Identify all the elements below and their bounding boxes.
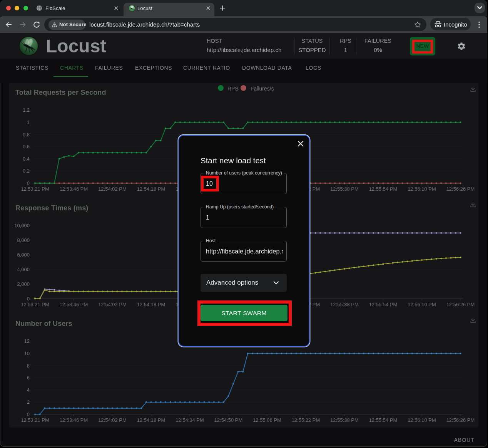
svg-text:6: 6 <box>27 375 30 381</box>
svg-text:2: 2 <box>27 399 30 405</box>
svg-text:12:55:38 PM: 12:55:38 PM <box>330 302 359 307</box>
svg-text:12: 12 <box>24 338 30 344</box>
svg-text:12:55:54 PM: 12:55:54 PM <box>369 417 398 423</box>
svg-text:12:53:21 PM: 12:53:21 PM <box>21 417 49 423</box>
svg-text:12:55:54 PM: 12:55:54 PM <box>369 302 398 307</box>
svg-text:0.4: 0.4 <box>23 156 30 162</box>
svg-text:4: 4 <box>27 387 30 393</box>
svg-text:12:56:26 PM: 12:56:26 PM <box>446 186 475 192</box>
svg-text:6,000: 6,000 <box>17 252 30 258</box>
svg-text:12:54:18 PM: 12:54:18 PM <box>137 417 165 423</box>
svg-text:12:53:46 PM: 12:53:46 PM <box>60 186 88 192</box>
svg-text:12:53:46 PM: 12:53:46 PM <box>60 302 88 307</box>
svg-text:12:54:18 PM: 12:54:18 PM <box>137 302 165 307</box>
svg-text:8,000: 8,000 <box>17 237 30 243</box>
svg-text:12:54:34 PM: 12:54:34 PM <box>175 417 204 423</box>
svg-text:12:56:10 PM: 12:56:10 PM <box>408 302 436 307</box>
svg-text:12:55:54 PM: 12:55:54 PM <box>369 186 398 192</box>
svg-text:1: 1 <box>27 119 30 125</box>
svg-text:10,000: 10,000 <box>14 223 30 228</box>
svg-text:0.2: 0.2 <box>23 168 30 174</box>
svg-text:12:55:38 PM: 12:55:38 PM <box>330 417 359 423</box>
svg-text:12:54:02 PM: 12:54:02 PM <box>98 417 127 423</box>
svg-text:12:56:26 PM: 12:56:26 PM <box>446 417 475 423</box>
svg-text:12:54:50 PM: 12:54:50 PM <box>214 417 243 423</box>
svg-text:0: 0 <box>27 296 30 302</box>
svg-text:12:55:22 PM: 12:55:22 PM <box>292 417 320 423</box>
svg-text:12:56:26 PM: 12:56:26 PM <box>446 302 475 307</box>
svg-text:12:55:38 PM: 12:55:38 PM <box>330 186 359 192</box>
svg-text:4,000: 4,000 <box>17 267 30 272</box>
svg-text:12:53:21 PM: 12:53:21 PM <box>21 302 49 307</box>
svg-text:0.8: 0.8 <box>23 132 30 138</box>
svg-text:1.2: 1.2 <box>23 107 30 113</box>
svg-text:12:56:10 PM: 12:56:10 PM <box>408 186 436 192</box>
svg-text:12:53:46 PM: 12:53:46 PM <box>60 417 88 423</box>
svg-text:10: 10 <box>24 351 30 356</box>
svg-text:8: 8 <box>27 363 30 369</box>
svg-text:2,000: 2,000 <box>17 281 30 287</box>
svg-text:0: 0 <box>27 180 30 186</box>
svg-text:12:53:21 PM: 12:53:21 PM <box>21 186 49 192</box>
svg-text:0.6: 0.6 <box>23 144 30 149</box>
svg-text:0: 0 <box>27 411 30 417</box>
svg-text:12:55:06 PM: 12:55:06 PM <box>253 417 281 423</box>
svg-text:12:56:10 PM: 12:56:10 PM <box>408 417 436 423</box>
svg-text:12:54:02 PM: 12:54:02 PM <box>98 186 127 192</box>
svg-text:12:54:02 PM: 12:54:02 PM <box>98 302 127 307</box>
svg-text:12:54:18 PM: 12:54:18 PM <box>137 186 165 192</box>
